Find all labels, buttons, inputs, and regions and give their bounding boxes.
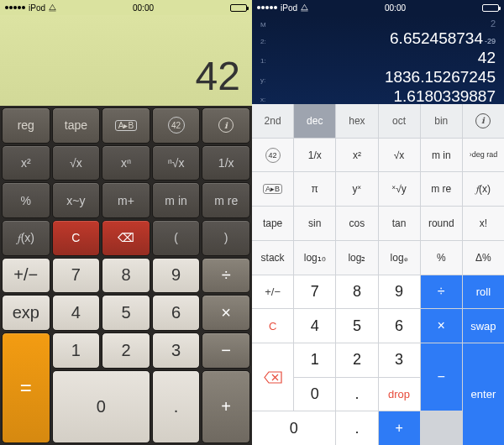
battery-icon: [482, 4, 499, 12]
pow-button[interactable]: xⁿ: [102, 145, 150, 181]
status-bar: iPod ⧋ 00:00: [0, 0, 252, 15]
digit-1-button[interactable]: 1: [52, 332, 101, 369]
dec-button[interactable]: dec: [294, 104, 335, 138]
stack-button[interactable]: stack: [252, 241, 293, 275]
log2-button[interactable]: log₂: [336, 241, 377, 275]
ans-button[interactable]: 42: [252, 139, 293, 172]
digit-0-wide[interactable]: 0: [252, 411, 335, 445]
clock: 00:00: [385, 3, 406, 13]
swap-button[interactable]: x~y: [52, 182, 101, 218]
equals-button[interactable]: =: [2, 332, 50, 443]
plusminus-button[interactable]: +/−: [2, 258, 50, 294]
ln-button[interactable]: logₑ: [379, 241, 420, 275]
info-icon: ℹ: [475, 113, 491, 128]
digit-2-button[interactable]: 2: [336, 343, 377, 377]
hex-button[interactable]: hex: [336, 104, 377, 138]
oct-button[interactable]: oct: [379, 104, 420, 138]
log10-button[interactable]: log₁₀: [294, 241, 335, 275]
digit-0-button[interactable]: 0: [52, 370, 150, 443]
mre-button[interactable]: m re: [421, 172, 462, 206]
digit-5-button[interactable]: 5: [336, 309, 377, 343]
multiply-button[interactable]: ×: [202, 295, 250, 331]
pi-button[interactable]: π: [294, 172, 335, 206]
clear-button[interactable]: C: [52, 220, 101, 256]
cos-button[interactable]: cos: [336, 207, 377, 240]
digit-4-button[interactable]: 4: [52, 295, 101, 331]
tape-button[interactable]: tape: [52, 107, 101, 144]
atob-button[interactable]: A▸B: [252, 172, 293, 206]
enter-button[interactable]: enter: [463, 343, 504, 445]
min-button[interactable]: m in: [152, 182, 201, 218]
plus-button[interactable]: +: [379, 411, 420, 445]
minus-button[interactable]: −: [421, 343, 462, 411]
percent-button[interactable]: %: [2, 182, 50, 218]
nroot-button[interactable]: ⁿ√x: [152, 145, 201, 181]
backspace-button[interactable]: ⌫: [102, 220, 150, 256]
digit-0-button[interactable]: 0: [294, 378, 335, 411]
deltapercent-button[interactable]: Δ%: [463, 241, 504, 275]
reg-button[interactable]: reg: [2, 107, 50, 144]
dot-wide[interactable]: .: [336, 411, 377, 445]
dot-button[interactable]: .: [152, 370, 201, 443]
plus-button[interactable]: +: [202, 370, 250, 443]
drop-button[interactable]: drop: [379, 378, 420, 411]
bin-button[interactable]: bin: [421, 104, 462, 138]
minus-button[interactable]: −: [202, 332, 250, 369]
xrooty-button[interactable]: ˣ√y: [379, 172, 420, 206]
carrier-label: iPod: [281, 3, 297, 13]
factorial-button[interactable]: x!: [463, 207, 504, 240]
tan-button[interactable]: tan: [379, 207, 420, 240]
square-button[interactable]: x²: [336, 139, 377, 172]
atob-button[interactable]: A▸B: [102, 107, 150, 144]
info-button[interactable]: ℹ: [202, 107, 250, 144]
round-button[interactable]: round: [421, 207, 462, 240]
divide-button[interactable]: ÷: [202, 258, 250, 294]
digit-7-button[interactable]: 7: [294, 275, 335, 309]
degrad-button[interactable]: ›deg rad: [463, 139, 504, 172]
roll-button[interactable]: roll: [463, 275, 504, 309]
digit-2-button[interactable]: 2: [102, 332, 150, 369]
digit-1-button[interactable]: 1: [294, 343, 335, 377]
digit-9-button[interactable]: 9: [152, 258, 201, 294]
divide-button[interactable]: ÷: [421, 275, 462, 309]
backspace-button[interactable]: [252, 343, 293, 411]
stack-display: M2 2:6.652458734-29 1:42 y:1836.15267245…: [252, 15, 504, 104]
square-button[interactable]: x²: [2, 145, 50, 181]
second-button[interactable]: 2nd: [252, 104, 293, 138]
clear-button[interactable]: C: [252, 309, 293, 343]
inverse-button[interactable]: 1/x: [202, 145, 250, 181]
inverse-button[interactable]: 1/x: [294, 139, 335, 172]
digit-8-button[interactable]: 8: [336, 275, 377, 309]
info-button[interactable]: ℹ: [463, 104, 504, 138]
sqrt-button[interactable]: √x: [379, 139, 420, 172]
mplus-button[interactable]: m+: [102, 182, 150, 218]
fx-button[interactable]: 𝑓(x): [463, 172, 504, 206]
digit-5-button[interactable]: 5: [102, 295, 150, 331]
digit-7-button[interactable]: 7: [52, 258, 101, 294]
plusminus-button[interactable]: +/−: [252, 275, 293, 309]
digit-3-button[interactable]: 3: [152, 332, 201, 369]
digit-8-button[interactable]: 8: [102, 258, 150, 294]
digit-6-button[interactable]: 6: [379, 309, 420, 343]
tape-button[interactable]: tape: [252, 207, 293, 240]
digit-6-button[interactable]: 6: [152, 295, 201, 331]
exp-button[interactable]: exp: [2, 295, 50, 331]
carrier-label: iPod: [29, 3, 45, 13]
signal-icon: [5, 6, 25, 9]
multiply-button[interactable]: ×: [421, 309, 462, 343]
min-button[interactable]: m in: [421, 139, 462, 172]
digit-4-button[interactable]: 4: [294, 309, 335, 343]
swap-button[interactable]: swap: [463, 309, 504, 343]
lparen-button[interactable]: (: [152, 220, 201, 256]
mre-button[interactable]: m re: [202, 182, 250, 218]
sqrt-button[interactable]: √x: [52, 145, 101, 181]
ypowx-button[interactable]: yˣ: [336, 172, 377, 206]
digit-3-button[interactable]: 3: [379, 343, 420, 377]
rparen-button[interactable]: ): [202, 220, 250, 256]
digit-9-button[interactable]: 9: [379, 275, 420, 309]
ans-button[interactable]: 42: [152, 107, 201, 144]
percent-button[interactable]: %: [421, 241, 462, 275]
fx-button[interactable]: 𝑓(x): [2, 220, 50, 256]
sin-button[interactable]: sin: [294, 207, 335, 240]
dot-button[interactable]: .: [336, 378, 377, 411]
